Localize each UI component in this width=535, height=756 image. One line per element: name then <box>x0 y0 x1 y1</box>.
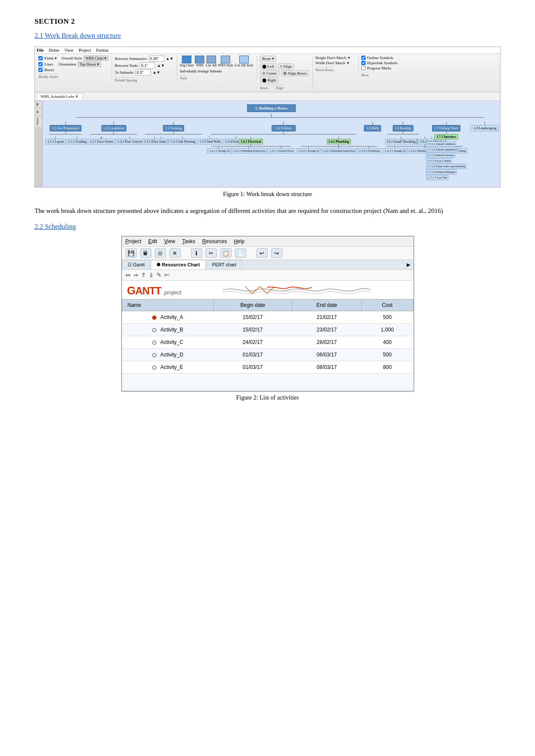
menu-view[interactable]: View <box>164 238 175 244</box>
right-arrow-btn[interactable]: ⇒ <box>133 272 138 278</box>
ribbon-tab-project[interactable]: Project <box>79 48 91 53</box>
activity-a-cost: 500 <box>362 311 413 324</box>
top-down-btn[interactable]: Top Down ▾ <box>78 62 101 67</box>
col-begin-date: Begin date <box>213 300 292 311</box>
height-match-dropdown[interactable]: ▾ <box>348 56 350 60</box>
scissors-btn[interactable]: ✄ <box>164 272 169 278</box>
default-arrangement-group: Between Summaries ▲▼ Between Tasks ▲▼ To… <box>115 56 177 82</box>
progress-marks-checkbox[interactable] <box>361 66 366 70</box>
ribbon-tab-view[interactable]: View <box>65 48 74 53</box>
table-row: Activity_D 01/03/17 06/03/17 500 <box>122 349 413 361</box>
sched-toolbar: 💾 🖩 ⊙ ✕ ℹ ✂ 📋 📄 ↩ ↪ <box>122 247 413 260</box>
reset-align-group: Reset ▾ ⬤ Left ≡ Align ⊙ Center ⊞ Align … <box>260 56 313 90</box>
copy-btn[interactable]: 📋 <box>220 248 232 258</box>
sidebar-tab-3[interactable]: Views <box>35 116 42 127</box>
wbs-file-tab: WBS_Schedule1.wbs ✕ <box>35 92 500 101</box>
lines-checkbox[interactable] <box>38 62 43 66</box>
outline-symbols-checkbox[interactable] <box>361 56 366 60</box>
save-btn[interactable]: 💾 <box>125 248 137 258</box>
tab-right-arrow[interactable]: ► <box>404 260 413 269</box>
wbs-root-node: 1. Building a House <box>247 104 296 112</box>
align-btn[interactable]: ≡ Align <box>278 63 294 69</box>
between-summaries-label: Between Summaries <box>115 56 147 61</box>
ribbon-tab-format[interactable]: Format <box>96 48 109 53</box>
sched-menubar: Project Edit View Tasks Resources Help <box>122 237 413 247</box>
ribbon-tab-home[interactable]: Home <box>49 48 59 53</box>
menu-tasks[interactable]: Tasks <box>182 238 195 244</box>
tab-gantt[interactable]: ☷ Gantt <box>122 260 150 269</box>
left-arrow-btn[interactable]: ⇔ <box>125 272 131 278</box>
org-chart-btn[interactable]: Org Chart <box>180 56 194 67</box>
activity-c-name: Activity_C <box>122 336 213 349</box>
width-dont-match-label: Width Don't Match <box>316 61 345 65</box>
body-paragraph-1: The work break down structure presented … <box>34 206 501 216</box>
edit-btn[interactable]: ✎ <box>156 272 162 278</box>
menu-edit[interactable]: Edit <box>148 238 157 244</box>
activities-table: Name Begin date End date Cost Activity_A… <box>122 299 413 391</box>
activity-e-end: 08/03/17 <box>292 361 361 374</box>
scheduling-figure: Project Edit View Tasks Resources Help 💾… <box>121 236 414 392</box>
clock-btn[interactable]: ⊙ <box>155 248 166 258</box>
between-tasks-input[interactable] <box>140 62 155 69</box>
right-btn[interactable]: ⬤ Right <box>260 77 278 83</box>
new-btn[interactable]: 🖩 <box>140 248 151 258</box>
wbs-node-1-2: 1.2 Foundation -1.2.1 Erect Forms <box>88 122 140 144</box>
hyperlink-symbols-checkbox[interactable] <box>361 61 366 65</box>
to-subtasks-input[interactable] <box>135 69 151 75</box>
activity-c-begin: 24/02/17 <box>213 336 292 349</box>
activity-b-name: Activity_B <box>122 324 213 336</box>
down-arrow-btn[interactable]: ⇓ <box>149 272 154 278</box>
show-group: Outline Symbols Hyperlink Symbols Progre… <box>361 56 404 77</box>
list-ab-style-btn[interactable]: List AB Style <box>235 56 253 67</box>
activity-e-cost: 800 <box>362 361 413 374</box>
menu-help[interactable]: Help <box>234 238 244 244</box>
boxes-checkbox[interactable] <box>38 68 43 72</box>
col-end-date: End date <box>292 300 361 311</box>
wbs-style-btn[interactable]: WBS Style <box>218 56 234 67</box>
section-heading: SECTION 2 <box>34 17 501 26</box>
wbs-canvas: 1. Building a House 1.1 Site Preparation <box>43 101 500 187</box>
width-match-dropdown[interactable]: ▾ <box>347 61 349 65</box>
figure-1-caption: Figure 1: Work break down structure <box>34 191 501 198</box>
align-boxes-btn[interactable]: ⊞ Align Boxes <box>281 70 309 76</box>
wbs-node-1-7: 1.7 Fishing Work 1.7.1 Interiors 1.7.1.1… <box>422 122 470 180</box>
wbs-heading: 2.1 Work Break down structure <box>34 32 501 40</box>
undo-btn[interactable]: ↩ <box>257 248 268 258</box>
menu-resources[interactable]: Resources <box>202 238 227 244</box>
activity-b-dot <box>152 328 156 332</box>
cut-btn[interactable]: ✂ <box>206 248 217 258</box>
activity-e-dot <box>152 366 156 370</box>
redo-btn[interactable]: ↪ <box>271 248 282 258</box>
activity-d-name: Activity_D <box>122 349 213 361</box>
menu-project[interactable]: Project <box>125 238 141 244</box>
list-ab-btn[interactable]: List AB <box>206 56 216 67</box>
ribbon-controls: Fields ▾ Overall Style WBS Chart ▾ Lines… <box>35 54 500 92</box>
center-btn[interactable]: ⊙ Center <box>260 70 279 76</box>
between-summaries-input[interactable] <box>149 56 164 62</box>
wbs-btn[interactable]: WBS <box>195 56 204 67</box>
modify-styles-group: Fields ▾ Overall Style WBS Chart ▾ Lines… <box>38 56 112 79</box>
reset-btn[interactable]: Reset ▾ <box>260 56 276 62</box>
outline-symbols-label: Outline Symbols <box>367 56 394 60</box>
sidebar-tab-1[interactable]: ⊞ <box>35 101 42 107</box>
to-subtasks-label: To Subtasks <box>115 70 134 75</box>
activity-b-end: 23/02/17 <box>292 324 361 336</box>
left-btn[interactable]: ⬤ Left <box>260 63 276 69</box>
table-row: Activity_B 15/02/17 23/02/17 1,000 <box>122 324 413 336</box>
close-btn[interactable]: ✕ <box>169 248 181 258</box>
tab-pert-chart[interactable]: PERT chart <box>206 260 242 269</box>
paste-btn[interactable]: 📄 <box>235 248 246 258</box>
activity-d-begin: 01/03/17 <box>213 349 292 361</box>
figure-2-caption: Figure 2: List of activities <box>34 394 501 401</box>
tab-resources-chart[interactable]: ✺ Resources Chart <box>151 260 205 269</box>
fields-label: Fields ▾ <box>44 56 57 60</box>
sidebar-tab-2[interactable]: ☰ <box>35 108 42 115</box>
info-btn[interactable]: ℹ <box>191 248 202 258</box>
ribbon-tab-file[interactable]: File <box>37 48 44 53</box>
wbs-chart-btn[interactable]: WBS Chart ▾ <box>84 56 108 61</box>
up-arrow-btn[interactable]: ⇑ <box>141 272 146 278</box>
wbs-left-sidebar: ⊞ ☰ Views <box>35 101 43 187</box>
fields-checkbox[interactable] <box>38 56 43 60</box>
wbs-schedule-tab[interactable]: WBS_Schedule1.wbs ✕ <box>37 93 83 100</box>
lines-label: Lines <box>44 62 53 66</box>
